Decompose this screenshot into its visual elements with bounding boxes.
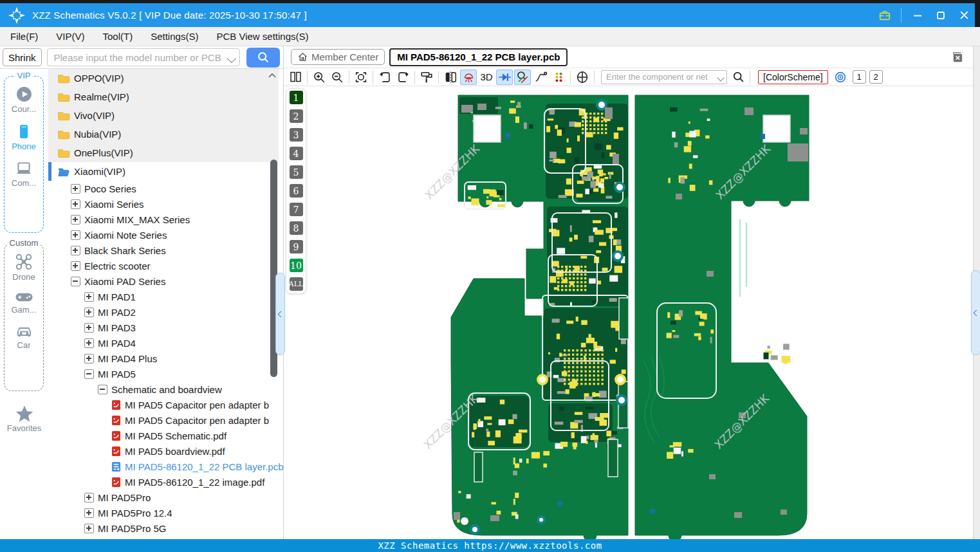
tree-item[interactable]: MI PAD4 Plus [48, 351, 284, 366]
color-dots-button[interactable] [550, 69, 567, 85]
visibility-button[interactable] [832, 69, 849, 85]
tree-item[interactable]: MI PAD2 [48, 304, 284, 320]
sidebar-item-course[interactable]: Cour... [5, 86, 43, 114]
tree-item[interactable]: MI PAD5 Capacitor pen adapter b [48, 412, 284, 428]
tree-item[interactable]: MI PAD5Pro 5G [48, 520, 284, 536]
color-pick-button[interactable] [514, 69, 531, 85]
tree-item[interactable]: Vivo(VIP) [48, 106, 279, 125]
zoom-out-button[interactable] [329, 69, 346, 85]
tree-item[interactable]: MI PAD1 [48, 289, 284, 304]
menu-settings-s[interactable]: Settings(S) [142, 31, 207, 42]
layer-all-button[interactable]: ALL [290, 277, 303, 291]
split-view-button[interactable] [287, 69, 304, 85]
paint-roller-button[interactable] [418, 69, 435, 85]
expand-icon[interactable] [84, 524, 94, 533]
tree-item[interactable]: MI PAD3 [48, 320, 284, 335]
tree-item[interactable]: MI PAD5 boardview.pdf [48, 443, 284, 459]
pcb-canvas[interactable]: XZZ@XZZHK XZZ@XZZHK XZZ@XZZHK XZZ@XZZHK … [284, 86, 973, 539]
tree-item[interactable]: Xiaomi Note Series [48, 227, 284, 243]
menu-tool-t[interactable]: Tool(T) [94, 31, 142, 42]
menu-pcb-view-settings-s[interactable]: PCB View settings(S) [207, 31, 317, 42]
expand-icon[interactable] [71, 199, 80, 209]
layer-8-button[interactable]: 8 [290, 221, 303, 235]
pcb-document-tab[interactable]: MI PAD5-86120_1_22 PCB layer.pcb [389, 48, 568, 66]
model-search-input[interactable] [47, 48, 240, 66]
shrink-button[interactable]: Shrink [3, 48, 42, 66]
tree-item[interactable]: MI PAD5 Schematic.pdf [48, 428, 284, 443]
close-button[interactable] [957, 8, 971, 23]
layer-1-button[interactable]: 1 [290, 91, 303, 104]
mouse-settings-button[interactable] [574, 69, 591, 85]
layer-4-button[interactable]: 4 [290, 147, 303, 160]
license-briefcase-icon[interactable] [878, 8, 892, 23]
layer-6-button[interactable]: 6 [290, 184, 303, 198]
menu-vip-v[interactable]: VIP(V) [47, 31, 93, 42]
expand-icon[interactable] [71, 230, 80, 240]
tree-collapse-handle[interactable] [275, 273, 285, 355]
tree-item[interactable]: Xiaomi PAD Series [48, 273, 284, 289]
rotate-left-button[interactable] [376, 69, 393, 85]
tree-item[interactable]: MI PAD5 Capacitor pen adapter b [48, 397, 284, 412]
diode-mode-button[interactable] [496, 69, 513, 85]
highlight-lamp-button[interactable] [460, 69, 477, 85]
member-center-button[interactable]: Member Center [291, 49, 385, 65]
layer-7-button[interactable]: 7 [290, 203, 303, 216]
tree-item[interactable]: OPPO(VIP) [48, 69, 279, 87]
expand-icon[interactable] [84, 308, 94, 317]
expand-icon[interactable] [71, 261, 80, 271]
tree-item[interactable]: Xiaomi(VIP) [48, 162, 279, 181]
tree-item[interactable]: MI PAD5Pro [48, 490, 284, 505]
sidebar-item-gamepad[interactable]: Gam... [5, 291, 43, 315]
rotate-right-button[interactable] [394, 69, 411, 85]
tree-item[interactable]: Black Shark Series [48, 243, 284, 258]
collapse-icon[interactable] [71, 277, 80, 286]
sidebar-item-drone[interactable]: Drone [5, 253, 43, 282]
net-search-input[interactable] [601, 70, 727, 84]
tree-item[interactable]: Nubia(VIP) [48, 125, 279, 143]
tree-item[interactable]: Xiaomi MIX_MAX Series [48, 212, 284, 227]
colorscheme-button[interactable]: [ColorScheme] [758, 70, 828, 84]
layer-2-button[interactable]: 2 [290, 109, 303, 123]
tree-item[interactable]: OnePlus(VIP) [48, 143, 279, 162]
zoom-in-button[interactable] [311, 69, 328, 85]
expand-icon[interactable] [84, 493, 94, 502]
layer-10-button[interactable]: 10 [290, 259, 303, 272]
flip-horizontal-button[interactable] [442, 69, 459, 85]
sidebar-item-computer[interactable]: Com... [5, 160, 43, 188]
minimize-button[interactable] [911, 8, 925, 23]
layer-3-button[interactable]: 3 [290, 128, 303, 142]
expand-icon[interactable] [84, 354, 94, 363]
tree-item[interactable]: Xiaomi Series [48, 196, 284, 212]
view-2-button[interactable]: 2 [869, 70, 883, 84]
layer-9-button[interactable]: 9 [290, 240, 303, 253]
collapse-icon[interactable] [84, 369, 94, 379]
expand-icon[interactable] [84, 508, 94, 518]
expand-icon[interactable] [84, 323, 94, 333]
view-3d-button[interactable]: 3D [478, 69, 495, 85]
expand-icon[interactable] [84, 292, 94, 302]
tree-item[interactable]: Poco Series [48, 181, 284, 196]
maximize-button[interactable] [934, 8, 948, 23]
sidebar-item-favorites[interactable]: Favorites [0, 405, 48, 433]
net-search-button[interactable] [730, 69, 746, 85]
layer-5-button[interactable]: 5 [290, 165, 303, 179]
tree-item[interactable]: MI PAD4 [48, 335, 284, 351]
search-button[interactable] [246, 48, 280, 68]
scroll-up-icon[interactable] [267, 71, 277, 80]
menu-file-f[interactable]: File(F) [0, 31, 47, 42]
tree-item[interactable]: MI PAD5Pro 12.4 [48, 505, 284, 520]
expand-icon[interactable] [71, 184, 80, 194]
close-document-icon[interactable] [950, 50, 964, 64]
tree-item[interactable]: Schematic and boardview [48, 382, 284, 397]
view-1-button[interactable]: 1 [853, 70, 866, 84]
sidebar-item-phone[interactable]: Phone [5, 123, 43, 151]
collapse-icon[interactable] [98, 385, 107, 394]
right-panel-handle[interactable] [971, 270, 980, 355]
rotate-reset-button[interactable] [353, 69, 369, 85]
tree-item[interactable]: MI PAD5-86120_1_22 image.pdf [48, 474, 284, 490]
expand-icon[interactable] [71, 215, 80, 225]
tree-item[interactable]: Electric scooter [48, 258, 284, 273]
sidebar-item-car[interactable]: Car [5, 324, 43, 350]
tree-item[interactable]: MI PAD5-86120_1_22 PCB layer.pcb [48, 459, 284, 474]
curve-measure-button[interactable] [532, 69, 549, 85]
